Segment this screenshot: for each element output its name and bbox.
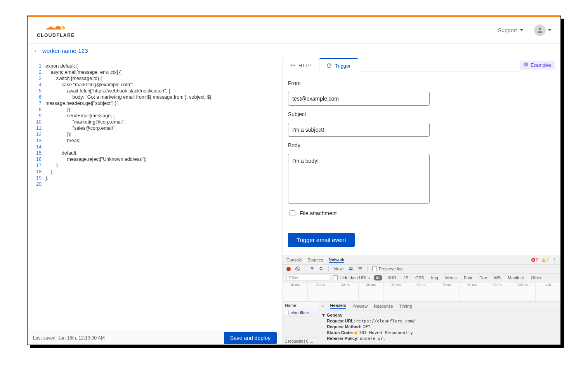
svg-rect-7 xyxy=(358,267,362,268)
trigger-email-button[interactable]: Trigger email event xyxy=(288,233,355,247)
header: CLOUDFLARE Support xyxy=(28,17,560,44)
filter-type-js[interactable]: JS xyxy=(401,275,410,280)
devtools-panel: Console Sources Network 2 7 ⋮ xyxy=(283,255,560,345)
breadcrumb-bar: ← worker-name-123 xyxy=(28,44,560,58)
search-icon[interactable] xyxy=(319,266,324,271)
detail-tab-headers[interactable]: Headers xyxy=(330,303,346,309)
support-dropdown[interactable]: Support xyxy=(498,27,523,33)
trigger-form: From Subject Body File attachment Trigge… xyxy=(283,72,560,255)
filter-type-img[interactable]: Img xyxy=(429,275,440,280)
from-label: From xyxy=(288,80,555,86)
body-label: Body xyxy=(288,142,555,148)
general-section[interactable]: ▼ General xyxy=(321,312,557,318)
request-row[interactable]: cloudflare.com xyxy=(283,309,318,317)
examples-button[interactable]: Examples xyxy=(520,61,555,70)
filter-type-all[interactable]: All xyxy=(374,275,382,280)
back-button[interactable]: ← worker-name-123 xyxy=(32,46,90,56)
filter-type-doc[interactable]: Doc xyxy=(477,275,489,280)
hide-data-urls[interactable]: Hide data URLs xyxy=(333,275,370,280)
support-label: Support xyxy=(498,27,517,33)
subject-input[interactable] xyxy=(288,123,430,137)
file-attachment-label: File attachment xyxy=(300,210,337,216)
filter-type-css[interactable]: CSS xyxy=(413,275,426,280)
clock-icon xyxy=(326,63,332,68)
detail-tab-timing[interactable]: Timing xyxy=(399,304,412,308)
detail-tab-preview[interactable]: Preview xyxy=(352,304,368,308)
error-badge[interactable]: 2 xyxy=(531,258,538,262)
devtools-tab-console[interactable]: Console xyxy=(286,257,302,263)
view-large-icon[interactable] xyxy=(349,266,353,271)
file-attachment-checkbox[interactable] xyxy=(290,210,295,216)
svg-rect-8 xyxy=(358,268,362,269)
examples-icon xyxy=(524,62,528,68)
svg-point-4 xyxy=(320,267,322,270)
account-menu[interactable] xyxy=(534,24,551,36)
favicon-icon xyxy=(285,311,289,315)
tab-trigger[interactable]: Trigger xyxy=(319,58,358,72)
clear-button[interactable] xyxy=(295,266,300,271)
record-button[interactable] xyxy=(286,267,291,271)
devtools-tab-network[interactable]: Network xyxy=(329,256,344,263)
cloudflare-logo[interactable]: CLOUDFLARE xyxy=(37,23,75,38)
body-textarea[interactable] xyxy=(288,154,430,204)
arrow-left-icon: ← xyxy=(34,47,40,54)
preserve-log[interactable]: Preserve log xyxy=(372,266,403,271)
svg-rect-6 xyxy=(349,269,352,270)
subject-label: Subject xyxy=(288,111,555,117)
detail-tab-response[interactable]: Response xyxy=(374,304,393,308)
avatar-icon xyxy=(534,24,546,36)
network-filter-input[interactable] xyxy=(286,275,329,281)
close-details-icon[interactable]: × xyxy=(321,304,324,308)
filter-type-ws[interactable]: WS xyxy=(492,275,503,280)
filter-type-xhr[interactable]: XHR xyxy=(385,275,398,280)
svg-rect-2 xyxy=(525,64,527,65)
svg-rect-9 xyxy=(358,270,362,270)
preview-tabs: HTTP Trigger Examples xyxy=(283,58,560,72)
file-attachment-row[interactable]: File attachment xyxy=(288,209,555,217)
devtools-tab-sources[interactable]: Sources xyxy=(307,257,323,263)
code-editor[interactable]: 1export default {2 async email[message, … xyxy=(28,58,282,331)
network-timeline[interactable]: 10 ms20 ms30 ms40 ms50 ms60 ms70 ms80 ms… xyxy=(283,282,560,302)
view-label: View: xyxy=(333,266,344,271)
save-deploy-button[interactable]: Save and deploy xyxy=(224,332,277,344)
name-column-header[interactable]: Name xyxy=(283,302,318,309)
preserve-log-checkbox[interactable] xyxy=(372,266,377,271)
hide-data-urls-checkbox[interactable] xyxy=(333,275,338,280)
filter-type-font[interactable]: Font xyxy=(462,275,474,280)
from-input[interactable] xyxy=(288,92,430,106)
tab-http[interactable]: HTTP xyxy=(283,58,319,72)
worker-name: worker-name-123 xyxy=(42,47,88,54)
filter-type-other[interactable]: Other xyxy=(529,275,544,280)
filter-type-manifest[interactable]: Manifest xyxy=(506,275,526,280)
http-swap-icon xyxy=(290,63,295,68)
warning-badge[interactable]: 7 xyxy=(542,258,549,262)
filter-type-media[interactable]: Media xyxy=(443,275,459,280)
status-bar: Last saved: Jan 16th, 12:13:00 AM Save a… xyxy=(28,331,282,345)
svg-rect-5 xyxy=(349,268,352,269)
network-summary: 1 requests | 0 B tra... xyxy=(283,338,318,345)
logo-text: CLOUDFLARE xyxy=(37,33,75,38)
view-small-icon[interactable] xyxy=(358,266,363,271)
svg-rect-1 xyxy=(524,63,527,66)
filter-toggle-icon[interactable] xyxy=(310,266,314,271)
response-headers-section[interactable]: ▼ Response Headers xyxy=(321,343,557,345)
last-saved-text: Last saved: Jan 16th, 12:13:00 AM xyxy=(33,335,105,341)
devtools-more-icon[interactable]: ⋮ xyxy=(553,258,557,262)
chevron-down-icon xyxy=(548,29,551,31)
chevron-down-icon xyxy=(520,29,523,31)
